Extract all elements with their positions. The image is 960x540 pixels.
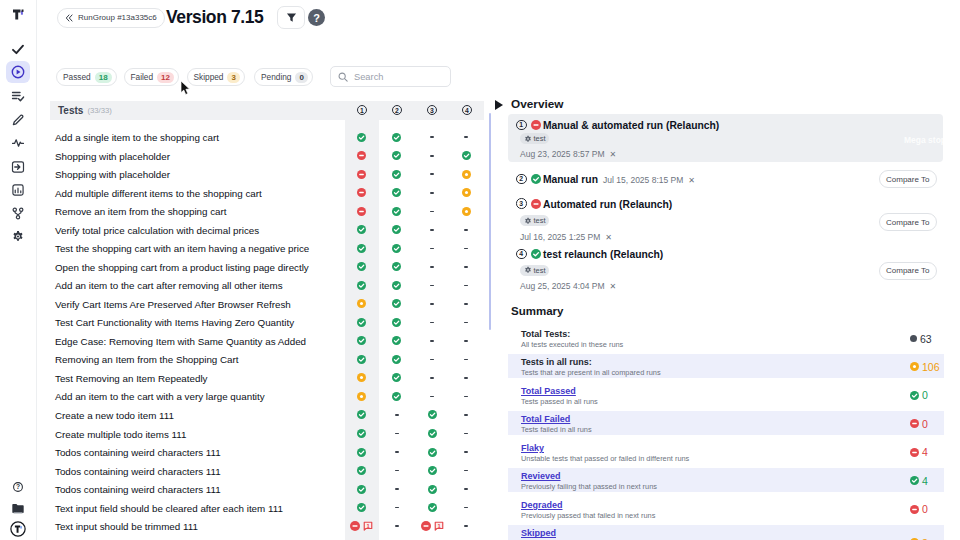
- svg-text:?: ?: [16, 483, 20, 490]
